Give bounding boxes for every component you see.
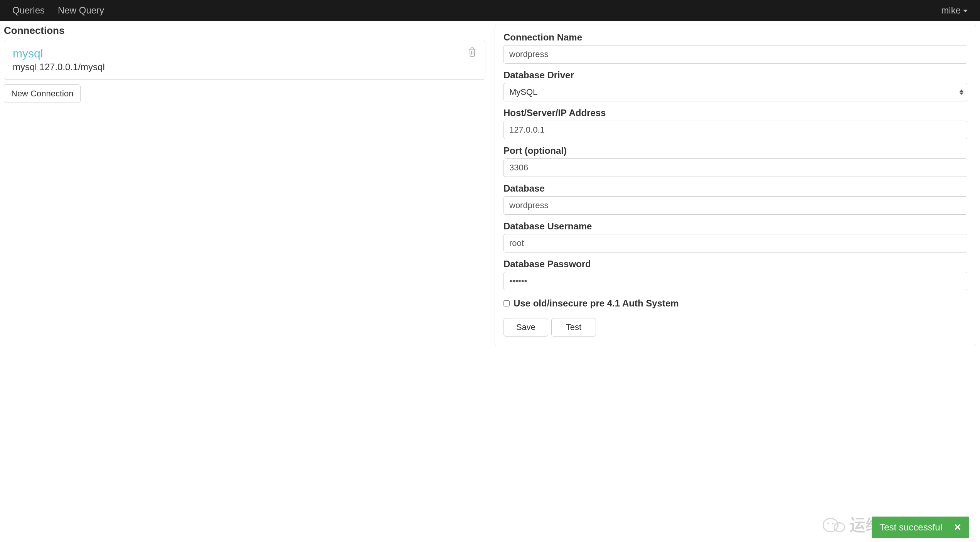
driver-select[interactable]: MySQL <box>503 83 967 101</box>
chevron-down-icon <box>963 10 968 12</box>
user-menu[interactable]: mike <box>941 5 968 16</box>
port-label: Port (optional) <box>503 145 967 156</box>
test-button[interactable]: Test <box>551 318 596 337</box>
connections-column: Connections mysql mysql 127.0.0.1/mysql <box>4 25 485 346</box>
toast-success: Test successful ✕ <box>872 517 969 538</box>
driver-label: Database Driver <box>503 70 967 81</box>
connection-name-label: Connection Name <box>503 32 967 43</box>
new-connection-button[interactable]: New Connection <box>4 84 81 103</box>
content: Connections mysql mysql 127.0.0.1/mysql <box>0 21 980 350</box>
save-button[interactable]: Save <box>503 318 548 337</box>
nav-left: Queries New Query <box>12 5 104 16</box>
username-label: Database Username <box>503 221 967 232</box>
trash-icon[interactable] <box>468 47 477 59</box>
connections-heading: Connections <box>4 25 485 37</box>
svg-point-0 <box>823 518 838 532</box>
database-label: Database <box>503 183 967 194</box>
connection-name-link[interactable]: mysql <box>13 47 105 60</box>
username-input[interactable] <box>503 234 967 252</box>
close-icon[interactable]: ✕ <box>954 522 961 533</box>
svg-point-2 <box>832 523 834 525</box>
password-input[interactable] <box>503 272 967 290</box>
port-input[interactable] <box>503 158 967 177</box>
host-label: Host/Server/IP Address <box>503 108 967 118</box>
watermark-logo-icon <box>822 515 847 535</box>
svg-point-1 <box>827 523 829 525</box>
insecure-auth-label[interactable]: Use old/insecure pre 4.1 Auth System <box>514 298 679 309</box>
connection-name-input[interactable] <box>503 45 967 64</box>
insecure-auth-checkbox[interactable] <box>503 300 510 306</box>
form-column: Connection Name Database Driver MySQL Ho… <box>495 25 976 346</box>
navbar: Queries New Query mike <box>0 0 980 21</box>
connection-form: Connection Name Database Driver MySQL Ho… <box>495 25 976 346</box>
password-label: Database Password <box>503 259 967 269</box>
database-input[interactable] <box>503 196 967 215</box>
connection-info: mysql mysql 127.0.0.1/mysql <box>13 47 105 72</box>
nav-right: mike <box>941 5 968 16</box>
connection-item[interactable]: mysql mysql 127.0.0.1/mysql <box>4 40 485 80</box>
user-name: mike <box>941 5 961 16</box>
svg-point-3 <box>834 523 845 532</box>
connection-detail: mysql 127.0.0.1/mysql <box>13 62 105 72</box>
nav-queries-link[interactable]: Queries <box>12 5 45 16</box>
toast-message: Test successful <box>879 522 942 533</box>
nav-new-query-link[interactable]: New Query <box>58 5 104 16</box>
host-input[interactable] <box>503 121 967 139</box>
